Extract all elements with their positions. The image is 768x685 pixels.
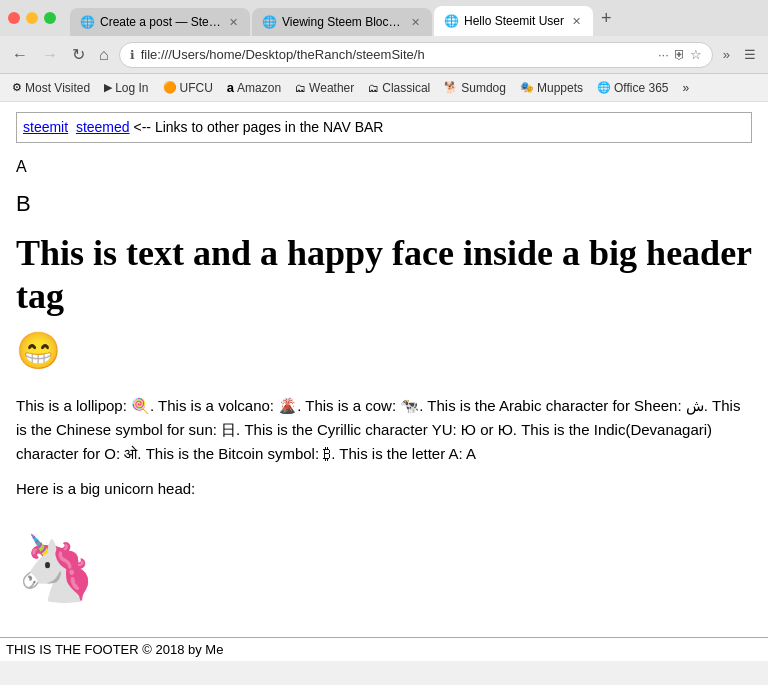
weather-icon: 🗂 — [295, 82, 306, 94]
home-button[interactable]: ⌂ — [95, 44, 113, 66]
tab-favicon-2: 🌐 — [262, 15, 276, 29]
bookmark-login-label: Log In — [115, 81, 148, 95]
address-icons: ··· ⛨ ☆ — [658, 47, 702, 62]
tab-viewing-steem[interactable]: 🌐 Viewing Steem Blockch ✕ — [252, 8, 432, 36]
addressbar-row: ← → ↻ ⌂ ℹ file:///Users/home/Desktop/the… — [0, 36, 768, 74]
most-visited-icon: ⚙ — [12, 81, 22, 94]
bookmark-classical[interactable]: 🗂 Classical — [362, 79, 436, 97]
classical-icon: 🗂 — [368, 82, 379, 94]
muppets-icon: 🎭 — [520, 81, 534, 94]
bookmark-sumdog[interactable]: 🐕 Sumdog — [438, 79, 512, 97]
bookmark-ufcu[interactable]: 🟠 UFCU — [157, 79, 219, 97]
bookmark-more[interactable]: » — [676, 79, 695, 97]
amazon-icon: a — [227, 80, 234, 95]
tab-close-1[interactable]: ✕ — [227, 15, 240, 30]
bookmark-most-visited-label: Most Visited — [25, 81, 90, 95]
back-button[interactable]: ← — [8, 44, 32, 66]
page-footer: THIS IS THE FOOTER © 2018 by Me — [0, 637, 768, 661]
bookmark-muppets-label: Muppets — [537, 81, 583, 95]
bookmark-muppets[interactable]: 🎭 Muppets — [514, 79, 589, 97]
bookmark-most-visited[interactable]: ⚙ Most Visited — [6, 79, 96, 97]
reload-button[interactable]: ↻ — [68, 43, 89, 66]
forward-button[interactable]: → — [38, 44, 62, 66]
page-area: steemit steemed <-- Links to other pages… — [0, 102, 768, 661]
tab-close-3[interactable]: ✕ — [570, 14, 583, 29]
bookmark-classical-label: Classical — [382, 81, 430, 95]
maximize-button[interactable] — [44, 12, 56, 24]
tab-hello-steemit[interactable]: 🌐 Hello Steemit User ✕ — [434, 6, 593, 36]
tab-favicon-1: 🌐 — [80, 15, 94, 29]
bookmark-amazon-label: Amazon — [237, 81, 281, 95]
bookmark-amazon[interactable]: a Amazon — [221, 78, 287, 97]
page-content: steemit steemed <-- Links to other pages… — [0, 102, 768, 661]
unicorn-label: Here is a big unicorn head: — [16, 478, 752, 501]
unicorn-emoji: 🦄 — [16, 521, 752, 617]
bookmark-ufcu-label: UFCU — [180, 81, 213, 95]
bookmark-weather[interactable]: 🗂 Weather — [289, 79, 360, 97]
extensions-button[interactable]: » — [719, 45, 734, 64]
footer-text: THIS IS THE FOOTER © 2018 by Me — [6, 642, 223, 657]
more-options-icon[interactable]: ··· — [658, 47, 669, 62]
unicode-paragraph: This is a lollipop: 🍭. This is a volcano… — [16, 394, 752, 466]
bookmark-star-icon[interactable]: ☆ — [690, 47, 702, 62]
big-header-text: This is text and a happy face inside a b… — [16, 233, 751, 316]
tab-favicon-3: 🌐 — [444, 14, 458, 28]
tab-title-3: Hello Steemit User — [464, 14, 564, 28]
menu-button[interactable]: ☰ — [740, 45, 760, 64]
section-b: B — [16, 187, 752, 220]
office365-icon: 🌐 — [597, 81, 611, 94]
new-tab-button[interactable]: + — [595, 8, 618, 29]
tab-title-2: Viewing Steem Blockch — [282, 15, 403, 29]
bookmark-sumdog-label: Sumdog — [461, 81, 506, 95]
nav-link-steemed[interactable]: steemed — [76, 119, 130, 135]
bookmark-office365[interactable]: 🌐 Office 365 — [591, 79, 674, 97]
nav-link-steemit[interactable]: steemit — [23, 119, 68, 135]
tab-close-2[interactable]: ✕ — [409, 15, 422, 30]
section-b-label: B — [16, 191, 31, 216]
traffic-lights — [8, 12, 56, 24]
address-bar[interactable]: ℹ file:///Users/home/Desktop/theRanch/st… — [119, 42, 713, 68]
bookmark-login[interactable]: ▶ Log In — [98, 79, 154, 97]
section-a: A — [16, 155, 752, 179]
happy-face-emoji: 😁 — [16, 324, 752, 378]
bookmarks-bar: ⚙ Most Visited ▶ Log In 🟠 UFCU a Amazon … — [0, 74, 768, 102]
tab-create-post[interactable]: 🌐 Create a post — Steemi ✕ — [70, 8, 250, 36]
close-button[interactable] — [8, 12, 20, 24]
tab-title-1: Create a post — Steemi — [100, 15, 221, 29]
bookmark-weather-label: Weather — [309, 81, 354, 95]
security-icon: ℹ — [130, 48, 135, 62]
section-a-label: A — [16, 158, 27, 175]
shield-icon[interactable]: ⛨ — [673, 47, 686, 62]
bookmark-more-label: » — [682, 81, 689, 95]
nav-bar-hint: steemit steemed <-- Links to other pages… — [16, 112, 752, 143]
url-display: file:///Users/home/Desktop/theRanch/stee… — [141, 47, 652, 62]
titlebar: 🌐 Create a post — Steemi ✕ 🌐 Viewing Ste… — [0, 0, 768, 36]
minimize-button[interactable] — [26, 12, 38, 24]
login-icon: ▶ — [104, 81, 112, 94]
big-header: This is text and a happy face inside a b… — [16, 232, 752, 318]
bookmark-office365-label: Office 365 — [614, 81, 668, 95]
ufcu-icon: 🟠 — [163, 81, 177, 94]
tabs-bar: 🌐 Create a post — Steemi ✕ 🌐 Viewing Ste… — [70, 0, 760, 36]
nav-hint-suffix: <-- Links to other pages in the NAV BAR — [134, 119, 384, 135]
sumdog-icon: 🐕 — [444, 81, 458, 94]
unicode-para-text: This is a lollipop: 🍭. This is a volcano… — [16, 397, 740, 462]
unicorn-section: Here is a big unicorn head: 🦄 — [16, 478, 752, 617]
